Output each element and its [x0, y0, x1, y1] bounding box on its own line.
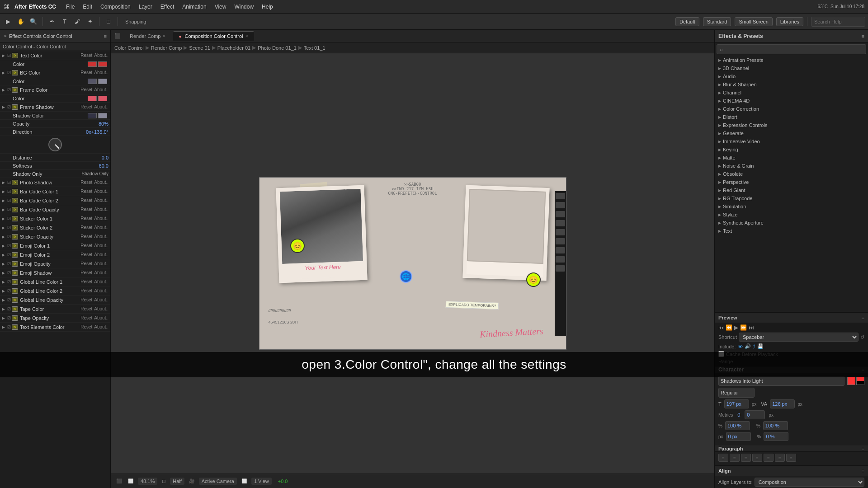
- char-vscale-input[interactable]: [763, 421, 788, 430]
- hand-tool[interactable]: ✋: [15, 16, 26, 27]
- ep-item-6[interactable]: ▶Color Correction: [715, 105, 868, 113]
- ec-about-3[interactable]: About..: [94, 207, 108, 212]
- brush-tool[interactable]: 🖌: [72, 16, 83, 27]
- ec-about-7[interactable]: About..: [94, 243, 108, 248]
- ec-opacity-value[interactable]: 80%: [99, 121, 108, 127]
- menu-file[interactable]: File: [62, 3, 78, 11]
- justify-center-btn[interactable]: ≡: [764, 454, 774, 462]
- ec-reset-11[interactable]: Reset: [80, 279, 92, 284]
- ec-reset-5[interactable]: Reset: [80, 225, 92, 230]
- font-leading-input[interactable]: [770, 399, 795, 408]
- ec-about-5[interactable]: About..: [94, 225, 108, 230]
- panel-close-icon[interactable]: ✕: [4, 34, 7, 38]
- vc-view-label[interactable]: 1 View: [251, 478, 272, 485]
- ep-item-5[interactable]: ▶CINEMA 4D: [715, 97, 868, 105]
- comp-tab-color-close[interactable]: ✕: [245, 34, 249, 38]
- ec-about-15[interactable]: About..: [94, 315, 108, 320]
- ec-direction-value[interactable]: 0x+135.0°: [86, 129, 108, 135]
- ec-reset-1[interactable]: Reset: [80, 189, 92, 194]
- ep-item-2[interactable]: ▶Audio: [715, 72, 868, 80]
- zoom-tool[interactable]: 🔍: [28, 16, 39, 27]
- ec-bg-about[interactable]: About..: [94, 70, 108, 75]
- ec-toggle-8[interactable]: ☑: [7, 253, 11, 257]
- ec-about-12[interactable]: About..: [94, 288, 108, 293]
- ep-item-7[interactable]: ▶Distort: [715, 113, 868, 121]
- workspace-libraries[interactable]: Libraries: [776, 17, 803, 26]
- select-tool[interactable]: ▶: [3, 16, 14, 27]
- justify-left-btn[interactable]: ≡: [752, 454, 762, 462]
- comp-tab-color-control[interactable]: ● Composition Color Control ✕: [173, 31, 254, 41]
- ep-item-19[interactable]: ▶Stylize: [715, 211, 868, 219]
- ec-expand-3[interactable]: ▶: [2, 207, 7, 212]
- workspace-standard[interactable]: Standard: [703, 17, 731, 26]
- ec-reset-14[interactable]: Reset: [80, 306, 92, 311]
- char-hscale-input[interactable]: [725, 421, 750, 430]
- ec-reset-4[interactable]: Reset: [80, 216, 92, 221]
- ep-item-13[interactable]: ▶Noise & Grain: [715, 162, 868, 170]
- ep-item-12[interactable]: ▶Matte: [715, 154, 868, 162]
- justify-all-btn[interactable]: ≡: [786, 454, 796, 462]
- ec-toggle-5[interactable]: ☑: [7, 225, 11, 230]
- align-to-select[interactable]: Composition: [755, 478, 864, 487]
- justify-right-btn[interactable]: ≡: [775, 454, 785, 462]
- ec-about-9[interactable]: About..: [94, 261, 108, 266]
- vc-camera-label[interactable]: Active Camera: [199, 478, 237, 485]
- ec-bg-swatch1[interactable]: [88, 79, 97, 84]
- menu-effect[interactable]: Effect: [157, 3, 178, 11]
- ec-shadow-toggle[interactable]: ☑: [7, 105, 11, 109]
- preview-menu[interactable]: ≡: [862, 315, 864, 320]
- ec-toggle-2[interactable]: ☑: [7, 198, 11, 203]
- ep-item-16[interactable]: ▶Red Giant: [715, 186, 868, 194]
- breadcrumb-photo-done[interactable]: Photo Done 01_1: [258, 45, 297, 51]
- breadcrumb-scene01[interactable]: Scene 01: [189, 45, 210, 51]
- ec-toggle-10[interactable]: ☑: [7, 271, 11, 275]
- ec-frame-swatch2[interactable]: [98, 96, 107, 101]
- photo-card-left[interactable]: Your Text Here: [276, 185, 367, 283]
- ec-frame-expand[interactable]: ▶: [2, 88, 7, 92]
- ep-item-20[interactable]: ▶Synthetic Aperture: [715, 219, 868, 227]
- ec-expand-4[interactable]: ▶: [2, 216, 7, 221]
- ec-reset-2[interactable]: Reset: [80, 198, 92, 203]
- ep-item-15[interactable]: ▶Perspective: [715, 178, 868, 186]
- panel-menu-icon[interactable]: ≡: [104, 33, 107, 39]
- align-left-btn[interactable]: ≡: [718, 454, 728, 462]
- ep-item-8[interactable]: ▶Expression Controls: [715, 121, 868, 129]
- ec-about-0[interactable]: About..: [94, 180, 108, 185]
- ec-reset-16[interactable]: Reset: [80, 324, 92, 329]
- effects-presets-search-input[interactable]: [725, 47, 863, 52]
- ec-text-color-about[interactable]: About..: [94, 53, 108, 58]
- ec-expand-15[interactable]: ▶: [2, 316, 7, 320]
- vc-region-icon[interactable]: ⬛: [114, 478, 123, 484]
- include-overflow-icon[interactable]: ⤴: [753, 344, 755, 349]
- ec-expand-5[interactable]: ▶: [2, 225, 7, 230]
- ep-item-1[interactable]: ▶3D Channel: [715, 64, 868, 72]
- search-help-input[interactable]: [811, 17, 865, 27]
- include-video-icon[interactable]: 👁: [738, 344, 743, 349]
- workspace-default[interactable]: Default: [675, 17, 699, 26]
- vc-view-btn[interactable]: ⬜: [240, 478, 249, 484]
- ec-about-16[interactable]: About..: [94, 324, 108, 329]
- ec-reset-8[interactable]: Reset: [80, 252, 92, 257]
- ec-reset-7[interactable]: Reset: [80, 243, 92, 248]
- breadcrumb-render-comp[interactable]: Render Comp: [151, 45, 182, 51]
- ec-reset-3[interactable]: Reset: [80, 207, 92, 212]
- ec-about-4[interactable]: About..: [94, 216, 108, 221]
- menu-layer[interactable]: Layer: [135, 3, 156, 11]
- ep-item-3[interactable]: ▶Blur & Sharpen: [715, 80, 868, 89]
- ec-expand-0[interactable]: ▶: [2, 180, 7, 185]
- ec-toggle-12[interactable]: ☑: [7, 289, 11, 293]
- vc-toggle-transparency[interactable]: ⬜: [126, 478, 135, 484]
- vc-camera-btn[interactable]: 🎥: [187, 478, 196, 484]
- ep-item-0[interactable]: ▶Animation Presets: [715, 56, 868, 64]
- ec-frame-about[interactable]: About..: [94, 87, 108, 92]
- ec-reset-12[interactable]: Reset: [80, 288, 92, 293]
- menu-window[interactable]: Window: [231, 3, 257, 11]
- align-menu[interactable]: ≡: [862, 468, 864, 474]
- font-size-input[interactable]: [724, 399, 749, 408]
- ec-expand-14[interactable]: ▶: [2, 307, 7, 311]
- ec-about-14[interactable]: About..: [94, 306, 108, 311]
- font-color-swatch2[interactable]: [856, 377, 864, 385]
- shortcut-select[interactable]: Spacebar: [739, 333, 859, 342]
- ec-shadow-swatch2[interactable]: [98, 113, 107, 118]
- prev-prev-btn[interactable]: ⏪: [726, 324, 732, 331]
